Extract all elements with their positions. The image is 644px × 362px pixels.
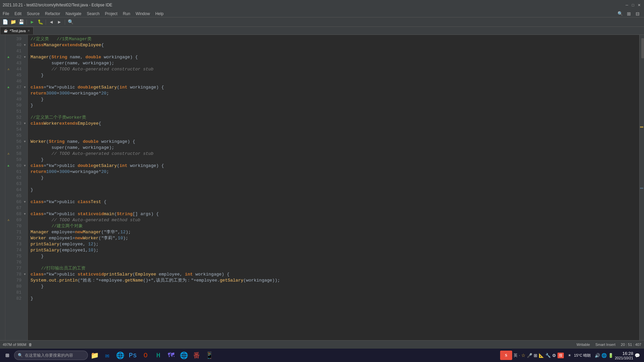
writable-status: Writable [577,343,590,347]
window-controls: ─ □ ✕ [625,3,641,7]
garbage-collect-icon[interactable]: 🗑 [29,343,32,347]
new-button[interactable]: 📄 [1,18,9,26]
right-scrollbar[interactable] [639,35,644,340]
code-line-58: // TODO Auto-generated constructor stub [31,151,637,157]
code-line-47: class="kw">public double getSalary(int w… [31,84,637,90]
maximize-button[interactable]: □ [631,3,635,7]
code-line-76 [31,259,637,265]
sogou-area: S 英 · ☆ 🎤 ⊞ 📐 🔧 ⚙ 搜 [500,351,564,360]
search-toolbar-icon[interactable]: 🔍 [616,10,624,17]
tab-bar: ☕ *Test.java × [0,27,644,35]
back-button[interactable]: ◀ [48,18,55,26]
code-line-82: } [31,296,637,302]
code-line-41 [31,48,637,54]
ime-mic: 🎤 [527,353,532,358]
toolbar-separator-2 [46,19,46,25]
code-content[interactable]: //定义类 //1类Manager类class Manager extends … [28,35,639,340]
code-line-71: Manager employee=new Manager("李华",12); [31,229,637,235]
ime-symbol: · [519,353,520,358]
taskbar-search[interactable]: 🔍 在这里输入你要搜索的内容 [14,351,88,360]
code-line-49: } [31,97,637,103]
minimize-button[interactable]: ─ [625,3,629,7]
code-line-72: Worker employee1=new Worker("李莉",10); [31,235,637,241]
code-line-73: printSalary(employee, 12); [31,241,637,247]
taskbar-mail[interactable]: ✉ [101,349,113,361]
code-line-43: super(name, workingage); [31,60,637,66]
taskbar-photoshop[interactable]: Ps [127,349,139,361]
notification-icon[interactable]: 💬 [635,353,640,358]
run-button[interactable]: ▶ [29,18,36,26]
editor-area: 39 40 ▼ 41 ▲ 42 ▼ 43 ⚠ 44 45 46 ▲ 47 ▼ 4… [0,35,644,340]
menu-navigate[interactable]: Navigate [63,10,84,17]
code-line-80: } [31,284,637,290]
toolbar: 📄 📁 💾 ▶ 🐛 ◀ ▶ 🔍 [0,17,644,27]
menu-search[interactable]: Search [84,10,102,17]
code-line-45: } [31,72,637,78]
start-button[interactable]: ⊞ [1,349,13,361]
title-bar: 2021.10.21 - test02/src/com/ylh/test02/T… [0,0,644,10]
forward-button[interactable]: ▶ [56,18,63,26]
menu-source[interactable]: Source [24,10,42,17]
code-line-70: //建立两个对象 [31,223,637,229]
menu-refactor[interactable]: Refactor [42,10,63,17]
left-margin [0,35,5,340]
ime-icon2: ☆ [521,353,526,358]
open-button[interactable]: 📁 [9,18,17,26]
code-line-75: } [31,253,637,259]
menu-project[interactable]: Project [102,10,120,17]
ime-table: ⊞ [534,353,537,358]
menu-file[interactable]: File [0,10,12,17]
menu-help[interactable]: Help [153,10,166,17]
code-line-56: Worker(String name, double workingage) { [31,139,637,145]
volume-icon[interactable]: 🔊 [595,353,600,358]
sogou-icon[interactable]: S [500,351,512,360]
code-line-78: class="kw">public static void printSalar… [31,272,637,278]
code-line-57: super(name, workingage); [31,145,637,151]
code-line-44: // TODO Auto-generated constructor stub [31,66,637,72]
ime-icon7: ⚙ [552,353,556,358]
code-line-67 [31,205,637,211]
views-icon[interactable]: ⊟ [634,10,641,17]
debug-button[interactable]: 🐛 [37,18,44,26]
code-line-46 [31,78,637,84]
title-text: 2021.10.21 - test02/src/com/ylh/test02/T… [3,3,112,7]
battery-icon[interactable]: 🔋 [608,353,613,358]
menu-bar: File Edit Source Refactor Navigate Searc… [0,10,644,17]
network-icon[interactable]: 🌐 [601,353,607,358]
memory-status: 497M of 986M 🗑 [3,343,32,347]
menu-run[interactable]: Run [120,10,133,17]
sogou-brand: 搜 [557,353,564,358]
code-line-53: class Worker extends Employee{ [31,121,637,127]
menu-edit[interactable]: Edit [12,10,24,17]
code-line-63 [31,181,637,187]
search-icon: 🔍 [18,353,23,358]
ime-icon6: 🔧 [545,353,551,358]
save-button[interactable]: 💾 [17,18,25,26]
taskbar-app6[interactable]: H [152,349,164,361]
code-line-65 [31,193,637,199]
code-line-81 [31,290,637,296]
taskbar-file-explorer[interactable]: 📁 [89,349,101,361]
code-line-42: Manager(String name, double workingage) … [31,54,637,60]
code-editor[interactable]: 39 40 ▼ 41 ▲ 42 ▼ 43 ⚠ 44 45 46 ▲ 47 ▼ 4… [5,35,639,340]
taskbar-edge[interactable]: 🌐 [114,349,126,361]
code-line-66: class="kw">public class Test { [31,199,637,205]
menu-window[interactable]: Window [133,10,153,17]
taskbar-phone[interactable]: 📱 [203,349,215,361]
editor-tab-test-java[interactable]: ☕ *Test.java × [0,27,34,35]
code-line-51 [31,109,637,115]
close-button[interactable]: ✕ [637,3,641,7]
taskbar-office[interactable]: O [140,349,152,361]
toolbar-separator-3 [65,19,65,25]
taskbar-app8[interactable]: 🌐 [178,349,190,361]
search-btn[interactable]: 🔍 [67,18,74,26]
taskbar-app7[interactable]: 🗺 [165,349,177,361]
code-line-40: class Manager extends Employee{ [31,42,637,48]
system-clock[interactable]: 16:28 2021/10/21 [615,351,633,360]
code-line-48: return 3000+3000+workingage*20; [31,90,637,97]
taskbar-app9[interactable]: 番 [191,349,203,361]
perspectives-icon[interactable]: ⊞ [625,10,633,17]
code-line-79: System.out.println("姓名："+employee.getNam… [31,278,637,284]
tab-close-button[interactable]: × [28,29,30,33]
insert-mode-status: Smart Insert [595,343,615,347]
